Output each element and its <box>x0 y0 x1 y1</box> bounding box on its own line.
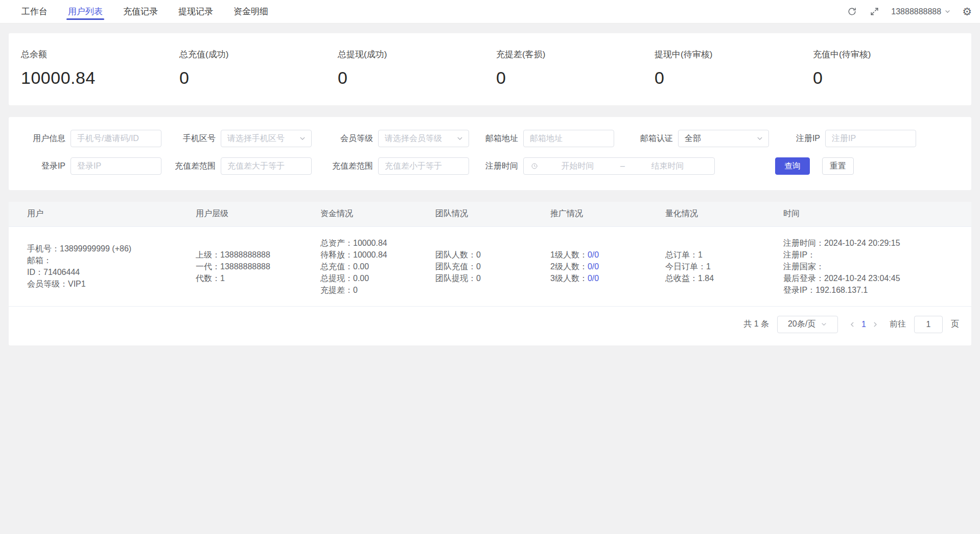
top-navbar: 工作台 用户列表 充值记录 提现记录 资金明细 13888888888 ⚙ <box>0 0 980 24</box>
next-page-button[interactable] <box>869 318 881 331</box>
promo-lv2-line: 2级人数：0/0 <box>550 261 652 272</box>
select-placeholder: 请选择会员等级 <box>385 133 456 144</box>
stat-withdrawing-pending: 提现中(待审核) 0 <box>655 49 813 88</box>
filter-register-ip: 注册IP <box>792 130 916 147</box>
page-size-value: 20条/页 <box>788 319 815 330</box>
stats-card: 总余额 10000.84 总充值(成功) 0 总提现(成功) 0 充提差(客损)… <box>9 33 971 105</box>
page-size-select[interactable]: 20条/页 <box>777 316 838 333</box>
chevron-left-icon <box>849 321 856 328</box>
time-register-ip-line: 注册IP： <box>783 249 966 261</box>
page-unit-label: 页 <box>951 319 959 330</box>
stat-label: 提现中(待审核) <box>655 49 813 60</box>
filter-phone-area: 手机区号 请选择手机区号 <box>177 130 312 147</box>
page-number[interactable]: 1 <box>859 320 868 329</box>
user-table-card: 用户 用户层级 资金情况 团队情况 推广情况 量化情况 时间 手机号：13899… <box>9 202 971 345</box>
column-header-quant: 量化情况 <box>657 202 775 226</box>
funds-to-release-line: 待释放：10000.84 <box>320 249 422 261</box>
reset-button[interactable]: 重置 <box>822 157 854 175</box>
stat-label: 总提现(成功) <box>338 49 496 60</box>
cell-time: 注册时间：2024-10-24 20:29:15 注册IP： 注册国家： 最后登… <box>775 226 971 306</box>
total-count: 共 1 条 <box>743 319 769 330</box>
cell-user: 手机号：13899999999 (+86) 邮箱： ID：71406444 会员… <box>9 226 188 306</box>
cell-funds: 总资产：10000.84 待释放：10000.84 总充值：0.00 总提现：0… <box>312 226 427 306</box>
chevron-down-icon <box>756 135 763 142</box>
field-label: 充值差范围 <box>326 161 373 172</box>
column-header-hierarchy: 用户层级 <box>188 202 312 226</box>
user-phone-line: 手机号：13899999999 (+86) <box>27 243 182 254</box>
time-login-ip-line: 登录IP：192.168.137.1 <box>783 284 966 296</box>
recharge-diff-max-input[interactable] <box>378 157 469 175</box>
column-header-promo: 推广情况 <box>542 202 657 226</box>
account-dropdown[interactable]: 13888888888 <box>891 7 951 16</box>
email-input[interactable] <box>523 130 614 147</box>
recharge-diff-min-input[interactable] <box>221 157 312 175</box>
prev-page-button[interactable] <box>846 318 858 331</box>
search-button[interactable]: 查询 <box>775 157 810 175</box>
hierarchy-parent-line: 上级：13888888888 <box>196 249 307 261</box>
member-level-select[interactable]: 请选择会员等级 <box>378 130 469 147</box>
tab-fund-details[interactable]: 资金明细 <box>234 0 268 24</box>
user-id-line: ID：71406444 <box>27 266 182 278</box>
tab-user-list[interactable]: 用户列表 <box>68 0 103 24</box>
tab-withdraw-records[interactable]: 提现记录 <box>178 0 213 24</box>
promo-lv3-line: 3级人数：0/0 <box>550 272 652 284</box>
stat-total-balance: 总余额 10000.84 <box>21 49 179 88</box>
field-label: 登录IP <box>26 161 65 172</box>
filter-recharge-diff-min: 充值差范围 <box>173 157 312 175</box>
team-recharge-line: 团队充值：0 <box>435 261 537 272</box>
cell-promo: 1级人数：0/0 2级人数：0/0 3级人数：0/0 <box>542 226 657 306</box>
goto-page-input[interactable] <box>914 316 943 333</box>
stat-label: 总充值(成功) <box>179 49 338 60</box>
tab-workbench[interactable]: 工作台 <box>21 0 48 24</box>
stat-label: 充提差(客损) <box>496 49 655 60</box>
stat-label: 总余额 <box>21 49 179 60</box>
promo-lv3-link[interactable]: 0/0 <box>588 274 599 283</box>
stat-value: 0 <box>813 68 971 88</box>
cell-team: 团队人数：0 团队充值：0 团队提现：0 <box>427 226 542 306</box>
filter-user-info: 用户信息 <box>26 130 161 147</box>
promo-lv1-link[interactable]: 0/0 <box>588 250 599 259</box>
filter-register-time: 注册时间 开始时间 – 结束时间 <box>478 157 715 175</box>
field-label: 邮箱地址 <box>478 133 518 144</box>
quant-total-profit-line: 总收益：1.84 <box>665 272 770 284</box>
register-ip-input[interactable] <box>825 130 916 147</box>
chevron-down-icon <box>944 8 951 15</box>
team-members-line: 团队人数：0 <box>435 249 537 261</box>
fullscreen-icon[interactable] <box>869 6 880 17</box>
chevron-down-icon <box>299 135 306 142</box>
stat-recharging-pending: 充值中(待审核) 0 <box>813 49 971 88</box>
register-time-range-picker[interactable]: 开始时间 – 结束时间 <box>523 157 715 175</box>
email-verified-select[interactable]: 全部 <box>678 130 769 147</box>
funds-total-recharge-line: 总充值：0.00 <box>320 261 422 272</box>
chevron-down-icon <box>821 321 827 328</box>
hierarchy-gens-line: 代数：1 <box>196 272 307 284</box>
phone-area-select[interactable]: 请选择手机区号 <box>221 130 312 147</box>
filter-row-2: 登录IP 充值差范围 充值差范围 注册时间 开始时间 – 结束时间 查 <box>26 157 954 175</box>
stat-total-withdraw-success: 总提现(成功) 0 <box>338 49 496 88</box>
stat-value: 0 <box>655 68 813 88</box>
cell-hierarchy: 上级：13888888888 一代：13888888888 代数：1 <box>188 226 312 306</box>
field-label: 充值差范围 <box>173 161 216 172</box>
stat-value: 0 <box>338 68 496 88</box>
tab-label: 用户列表 <box>68 6 103 17</box>
column-header-time: 时间 <box>775 202 971 226</box>
stat-value: 0 <box>496 68 655 88</box>
refresh-icon[interactable] <box>846 6 857 17</box>
table-header-row: 用户 用户层级 资金情况 团队情况 推广情况 量化情况 时间 <box>9 202 971 226</box>
cell-quant: 总订单：1 今日订单：1 总收益：1.84 <box>657 226 775 306</box>
chevron-down-icon <box>456 135 463 142</box>
select-value: 全部 <box>685 133 756 144</box>
promo-lv2-link[interactable]: 0/0 <box>588 262 599 271</box>
filter-email: 邮箱地址 <box>478 130 614 147</box>
account-phone: 13888888888 <box>891 7 941 16</box>
field-label: 手机区号 <box>177 133 216 144</box>
login-ip-input[interactable] <box>71 157 161 175</box>
goto-label: 前往 <box>890 319 906 330</box>
field-label: 会员等级 <box>330 133 373 144</box>
user-info-input[interactable] <box>71 130 161 147</box>
tab-label: 资金明细 <box>234 6 268 17</box>
filter-email-verified: 邮箱认证 全部 <box>629 130 769 147</box>
gear-icon[interactable]: ⚙ <box>962 6 972 17</box>
tab-recharge-records[interactable]: 充值记录 <box>123 0 158 24</box>
tab-label: 充值记录 <box>123 6 158 17</box>
